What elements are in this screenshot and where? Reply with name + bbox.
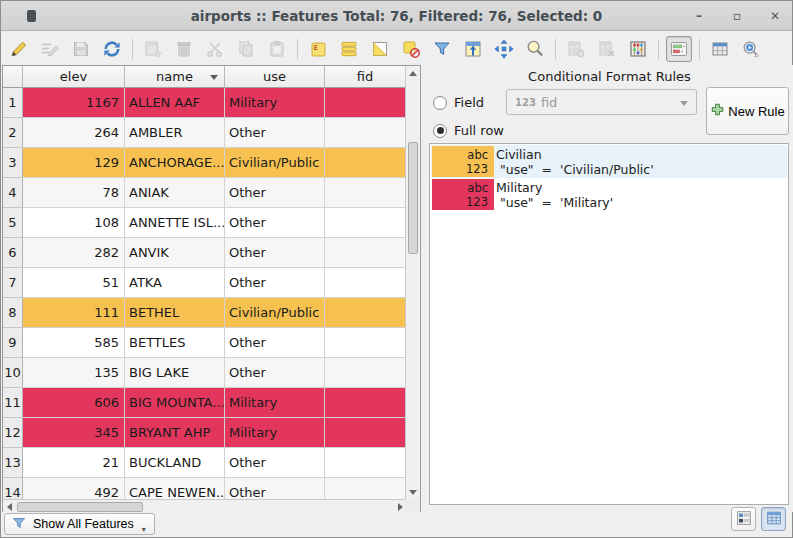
table-cell-elev[interactable]: 345 xyxy=(23,418,125,448)
table-cell-fid[interactable] xyxy=(325,298,406,328)
table-row[interactable]: 478ANIAKOther xyxy=(3,178,406,208)
vertical-scroll-thumb[interactable] xyxy=(408,142,418,254)
table-cell-fid[interactable] xyxy=(325,148,406,178)
table-cell-elev[interactable]: 108 xyxy=(23,208,125,238)
row-number-cell[interactable]: 3 xyxy=(3,148,23,178)
row-number-cell[interactable]: 13 xyxy=(3,448,23,478)
table-cell-use[interactable]: Other xyxy=(225,268,325,298)
table-cell-use[interactable]: Other xyxy=(225,448,325,478)
rule-item[interactable]: abc123Civilian "use" = 'Civilian/Public' xyxy=(431,145,787,178)
horizontal-scrollbar[interactable] xyxy=(3,499,407,513)
horizontal-scroll-thumb[interactable] xyxy=(17,502,143,512)
table-cell-name[interactable]: ALLEN AAF xyxy=(125,88,225,118)
table-cell-elev[interactable]: 135 xyxy=(23,358,125,388)
table-row[interactable]: 11606BIG MOUNTA...Military xyxy=(3,388,406,418)
dock-table-button[interactable] xyxy=(707,36,733,62)
invert-selection-button[interactable] xyxy=(367,36,393,62)
table-cell-fid[interactable] xyxy=(325,448,406,478)
row-number-cell[interactable]: 7 xyxy=(3,268,23,298)
table-cell-elev[interactable]: 51 xyxy=(23,268,125,298)
column-header-use[interactable]: use xyxy=(225,66,325,88)
table-cell-elev[interactable]: 585 xyxy=(23,328,125,358)
table-cell-fid[interactable] xyxy=(325,118,406,148)
fullrow-radio[interactable] xyxy=(433,124,447,138)
table-cell-use[interactable]: Other xyxy=(225,238,325,268)
conditional-formatting-button[interactable] xyxy=(666,36,692,62)
table-cell-elev[interactable]: 492 xyxy=(23,478,125,500)
column-header-elev[interactable]: elev xyxy=(23,66,125,88)
table-cell-fid[interactable] xyxy=(325,238,406,268)
row-number-cell[interactable]: 9 xyxy=(3,328,23,358)
table-cell-name[interactable]: BRYANT AHP xyxy=(125,418,225,448)
table-cell-use[interactable]: Other xyxy=(225,178,325,208)
table-cell-use[interactable]: Civilian/Public xyxy=(225,148,325,178)
table-cell-use[interactable]: Military xyxy=(225,88,325,118)
pan-to-selection-button[interactable] xyxy=(491,36,517,62)
table-row[interactable]: 3129ANCHORAGE...Civilian/Public xyxy=(3,148,406,178)
scroll-down-icon[interactable] xyxy=(409,490,417,495)
table-row[interactable]: 8111BETHELCivilian/Public xyxy=(3,298,406,328)
select-all-button[interactable] xyxy=(336,36,362,62)
table-cell-fid[interactable] xyxy=(325,178,406,208)
scroll-right-icon[interactable] xyxy=(398,503,403,511)
table-cell-name[interactable]: ANIAK xyxy=(125,178,225,208)
table-cell-elev[interactable]: 129 xyxy=(23,148,125,178)
table-cell-fid[interactable] xyxy=(325,418,406,448)
table-row[interactable]: 5108ANNETTE ISL...Other xyxy=(3,208,406,238)
table-cell-elev[interactable]: 1167 xyxy=(23,88,125,118)
table-row[interactable]: 9585BETTLESOther xyxy=(3,328,406,358)
table-cell-use[interactable]: Other xyxy=(225,118,325,148)
minimize-button[interactable]: – xyxy=(692,9,706,23)
feature-filter-button[interactable]: Show All Features ▾ xyxy=(4,513,155,535)
table-row[interactable]: 14492CAPE NEWEN...Other xyxy=(3,478,406,500)
table-cell-elev[interactable]: 282 xyxy=(23,238,125,268)
actions-button[interactable] xyxy=(738,36,764,62)
row-number-cell[interactable]: 1 xyxy=(3,88,23,118)
table-cell-name[interactable]: CAPE NEWEN... xyxy=(125,478,225,500)
fullrow-radio-row[interactable]: Full row xyxy=(433,123,504,138)
filter-form-button[interactable] xyxy=(429,36,455,62)
table-cell-use[interactable]: Military xyxy=(225,418,325,448)
row-number-cell[interactable]: 5 xyxy=(3,208,23,238)
table-row[interactable]: 12345BRYANT AHPMilitary xyxy=(3,418,406,448)
table-cell-elev[interactable]: 111 xyxy=(23,298,125,328)
row-number-cell[interactable]: 10 xyxy=(3,358,23,388)
table-cell-use[interactable]: Civilian/Public xyxy=(225,298,325,328)
table-row[interactable]: 6282ANVIKOther xyxy=(3,238,406,268)
table-cell-use[interactable]: Other xyxy=(225,358,325,388)
column-header-fid[interactable]: fid xyxy=(325,66,406,88)
table-row[interactable]: 10135BIG LAKEOther xyxy=(3,358,406,388)
field-select[interactable]: 123 fid xyxy=(506,89,697,115)
move-selection-top-button[interactable] xyxy=(460,36,486,62)
scroll-left-icon[interactable] xyxy=(7,503,12,511)
table-cell-use[interactable]: Other xyxy=(225,328,325,358)
field-radio[interactable] xyxy=(433,96,447,110)
table-cell-name[interactable]: BIG MOUNTA... xyxy=(125,388,225,418)
table-cell-name[interactable]: BETHEL xyxy=(125,298,225,328)
scroll-up-icon[interactable] xyxy=(409,71,417,76)
table-cell-elev[interactable]: 78 xyxy=(23,178,125,208)
row-number-cell[interactable]: 8 xyxy=(3,298,23,328)
table-row[interactable]: 1321BUCKLANDOther xyxy=(3,448,406,478)
table-cell-use[interactable]: Other xyxy=(225,478,325,500)
rule-item[interactable]: abc123Military "use" = 'Military' xyxy=(431,178,787,211)
row-number-cell[interactable]: 4 xyxy=(3,178,23,208)
field-calculator-button[interactable] xyxy=(625,36,651,62)
row-number-cell[interactable]: 11 xyxy=(3,388,23,418)
table-cell-elev[interactable]: 606 xyxy=(23,388,125,418)
table-cell-name[interactable]: AMBLER xyxy=(125,118,225,148)
select-by-expression-button[interactable]: ε xyxy=(305,36,331,62)
table-cell-fid[interactable] xyxy=(325,358,406,388)
table-cell-name[interactable]: ANNETTE ISL... xyxy=(125,208,225,238)
toggle-editing-button[interactable] xyxy=(6,36,32,62)
row-number-cell[interactable]: 6 xyxy=(3,238,23,268)
row-number-cell[interactable]: 14 xyxy=(3,478,23,500)
table-cell-name[interactable]: BETTLES xyxy=(125,328,225,358)
reload-button[interactable] xyxy=(99,36,125,62)
table-cell-fid[interactable] xyxy=(325,268,406,298)
new-rule-button[interactable]: New Rule xyxy=(706,87,789,135)
table-cell-use[interactable]: Other xyxy=(225,208,325,238)
table-cell-name[interactable]: BUCKLAND xyxy=(125,448,225,478)
table-cell-fid[interactable] xyxy=(325,478,406,500)
table-row[interactable]: 11167ALLEN AAFMilitary xyxy=(3,88,406,118)
